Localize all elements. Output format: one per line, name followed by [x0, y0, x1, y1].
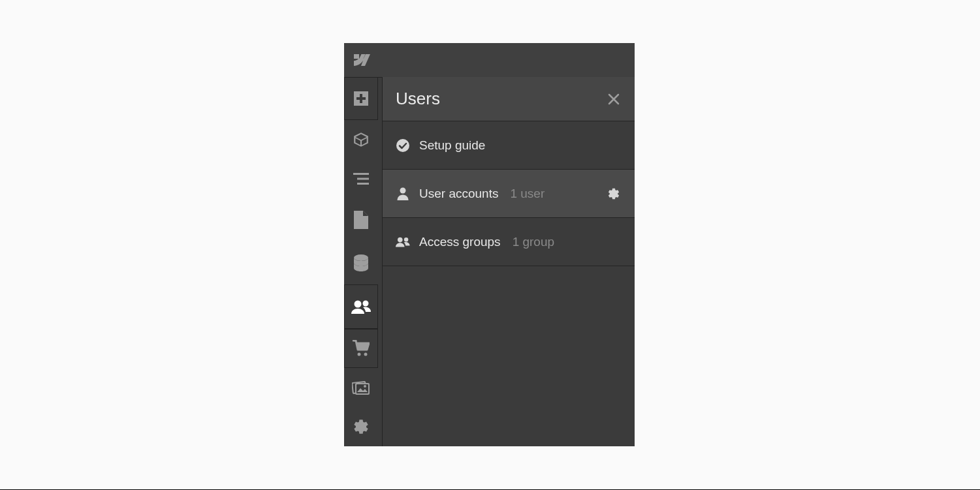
rail-users[interactable] — [344, 284, 378, 329]
rail-cms[interactable] — [344, 241, 378, 284]
menu-item-user-accounts[interactable]: User accounts 1 user — [383, 170, 635, 218]
svg-point-9 — [358, 353, 361, 356]
left-rail — [344, 77, 378, 446]
svg-rect-5 — [357, 183, 369, 185]
svg-point-8 — [363, 301, 369, 307]
svg-rect-4 — [357, 178, 369, 180]
svg-rect-3 — [353, 173, 369, 175]
user-icon — [396, 187, 410, 201]
rail-assets[interactable] — [344, 368, 378, 407]
rail-settings[interactable] — [344, 407, 378, 446]
svg-point-7 — [355, 301, 362, 308]
menu-item-access-groups[interactable]: Access groups 1 group — [383, 218, 635, 266]
topbar — [344, 43, 635, 77]
menu-label: Access groups — [419, 235, 501, 249]
panel-spacer — [378, 77, 383, 446]
menu-count: 1 group — [513, 235, 554, 249]
svg-point-6 — [354, 254, 368, 261]
close-button[interactable] — [606, 91, 622, 107]
rail-components[interactable] — [344, 120, 378, 159]
rail-navigator[interactable] — [344, 159, 378, 198]
panel-header: Users — [383, 77, 635, 121]
svg-point-10 — [364, 353, 368, 356]
user-accounts-settings-button[interactable] — [606, 186, 622, 202]
webflow-logo[interactable] — [344, 43, 378, 77]
check-circle-icon — [396, 138, 410, 153]
svg-point-18 — [398, 237, 403, 242]
svg-point-16 — [396, 139, 409, 152]
panel-title: Users — [396, 89, 440, 109]
menu-label: User accounts — [419, 187, 498, 201]
menu-count: 1 user — [510, 187, 545, 201]
rail-add[interactable] — [344, 77, 378, 120]
menu-label: Setup guide — [419, 138, 485, 153]
menu-list: Setup guide User accounts 1 user Access … — [383, 121, 635, 266]
rail-ecommerce[interactable] — [344, 329, 378, 368]
app-window: Users Setup guide User accounts 1 user — [344, 43, 635, 446]
users-panel: Users Setup guide User accounts 1 user — [382, 77, 635, 446]
rail-pages[interactable] — [344, 198, 378, 241]
svg-rect-2 — [356, 97, 366, 100]
menu-item-setup-guide[interactable]: Setup guide — [383, 121, 635, 170]
svg-point-19 — [404, 237, 408, 241]
gear-icon — [607, 187, 620, 200]
svg-point-17 — [400, 187, 406, 193]
close-icon — [608, 93, 620, 105]
users-icon — [396, 235, 410, 249]
svg-point-15 — [364, 385, 366, 388]
